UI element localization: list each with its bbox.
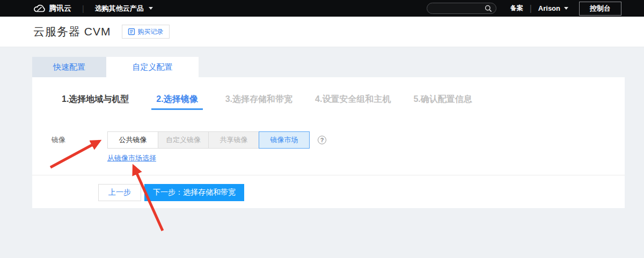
image-type-market[interactable]: 镜像市场 bbox=[259, 131, 310, 149]
search-icon[interactable] bbox=[485, 5, 492, 12]
brand-name: 腾讯云 bbox=[49, 4, 71, 13]
purchase-records-label: 购买记录 bbox=[138, 27, 164, 36]
beian-link[interactable]: 备案 bbox=[510, 4, 523, 13]
next-step-button[interactable]: 下一步：选择存储和带宽 bbox=[144, 184, 244, 201]
step-2-image[interactable]: 2.选择镜像 bbox=[151, 94, 202, 110]
step-4-security[interactable]: 4.设置安全组和主机 bbox=[315, 94, 391, 105]
topbar-divider-2: | bbox=[530, 4, 532, 13]
brand-logo[interactable]: 腾讯云 bbox=[33, 4, 71, 13]
question-circle-icon[interactable]: ? bbox=[318, 136, 326, 144]
other-products-menu[interactable]: 选购其他云产品 bbox=[95, 4, 153, 13]
purchase-record-icon bbox=[128, 28, 135, 35]
tab-quick-config[interactable]: 快速配置 bbox=[32, 57, 106, 77]
image-type-group: 公共镜像 自定义镜像 共享镜像 镜像市场 bbox=[107, 131, 310, 149]
image-type-public[interactable]: 公共镜像 bbox=[107, 131, 158, 149]
chevron-down-icon bbox=[564, 7, 568, 10]
image-row: 镜像 公共镜像 自定义镜像 共享镜像 镜像市场 ? bbox=[32, 131, 625, 149]
step-nav: 1.选择地域与机型 2.选择镜像 3.选择存储和带宽 4.设置安全组和主机 5.… bbox=[32, 77, 625, 110]
config-tabs: 快速配置 自定义配置 bbox=[32, 57, 199, 77]
user-menu[interactable]: Arison bbox=[538, 4, 568, 12]
page-title: 云服务器 CVM bbox=[33, 24, 111, 39]
prev-step-button[interactable]: 上一步 bbox=[98, 184, 141, 201]
topbar-divider: | bbox=[82, 4, 84, 13]
topbar-search[interactable] bbox=[427, 3, 496, 14]
purchase-records-button[interactable]: 购买记录 bbox=[122, 25, 170, 39]
tencent-cloud-logo-icon bbox=[33, 4, 46, 13]
step-3-storage[interactable]: 3.选择存储和带宽 bbox=[225, 94, 292, 105]
image-type-custom[interactable]: 自定义镜像 bbox=[158, 131, 209, 149]
card-divider bbox=[32, 175, 625, 175]
other-products-label: 选购其他云产品 bbox=[95, 4, 144, 13]
search-input[interactable] bbox=[427, 5, 485, 12]
image-label: 镜像 bbox=[52, 135, 107, 145]
chevron-down-icon bbox=[149, 7, 153, 10]
topbar: 腾讯云 | 选购其他云产品 备案 | Arison 控制台 bbox=[0, 0, 644, 17]
step-5-confirm[interactable]: 5.确认配置信息 bbox=[413, 94, 472, 105]
page-header: 云服务器 CVM 购买记录 bbox=[0, 17, 644, 47]
user-name: Arison bbox=[538, 4, 560, 12]
image-type-shared[interactable]: 共享镜像 bbox=[208, 131, 259, 149]
console-button[interactable]: 控制台 bbox=[579, 2, 621, 16]
config-card: 1.选择地域与机型 2.选择镜像 3.选择存储和带宽 4.设置安全组和主机 5.… bbox=[32, 77, 625, 208]
footer-buttons: 上一步 下一步：选择存储和带宽 bbox=[98, 184, 244, 201]
tab-custom-config[interactable]: 自定义配置 bbox=[106, 57, 199, 77]
image-market-link[interactable]: 从镜像市场选择 bbox=[107, 153, 156, 163]
step-1-region[interactable]: 1.选择地域与机型 bbox=[62, 94, 129, 105]
